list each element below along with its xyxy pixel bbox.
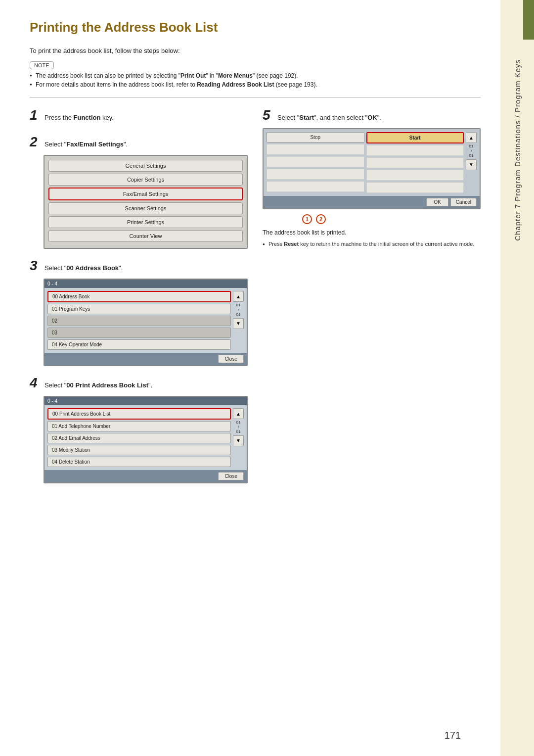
list-item-00-address-book[interactable]: 00 Address Book bbox=[47, 291, 231, 302]
note-item-2: For more details about items in the addr… bbox=[30, 81, 481, 88]
list-item-02[interactable]: 02 bbox=[47, 316, 231, 326]
list-item-03[interactable]: 03 bbox=[47, 328, 231, 338]
page-title: Printing the Address Book List bbox=[30, 20, 481, 39]
step-3-text: Select "00 Address Book". bbox=[44, 264, 123, 272]
sidebar-chapter-text: Chapter 7 Program Destinations / Program… bbox=[512, 59, 523, 241]
step-1-number: 1 bbox=[30, 107, 40, 123]
note-item-1: The address book list can also be printe… bbox=[30, 72, 481, 79]
menu-copier-settings[interactable]: Copier Settings bbox=[48, 174, 243, 186]
step-5-number: 5 bbox=[263, 107, 272, 123]
result-note: Press Reset key to return the machine to… bbox=[263, 241, 481, 247]
step-3-number: 3 bbox=[30, 258, 40, 274]
list-item-01-program-keys[interactable]: 01 Program Keys bbox=[47, 304, 231, 314]
menu-counter-view[interactable]: Counter View bbox=[48, 230, 243, 242]
stop-button[interactable]: Stop bbox=[267, 132, 364, 142]
list-item-00-print-address[interactable]: 00 Print Address Book List bbox=[47, 408, 231, 420]
scroll-label: 01/01 bbox=[233, 303, 244, 317]
empty-field-5 bbox=[366, 145, 464, 156]
step5-scroll-down[interactable]: ▼ bbox=[466, 159, 477, 170]
print-list-header-range: 0 - 4 bbox=[47, 398, 57, 404]
circled-numbers-annotation: 1 2 bbox=[263, 214, 481, 224]
print-scroll-up-btn[interactable]: ▲ bbox=[233, 408, 244, 419]
print-close-button[interactable]: Close bbox=[218, 472, 244, 480]
list-header-bar: 0 - 4 bbox=[44, 280, 247, 288]
screen-print-address-book: 0 - 4 00 Print Address Book List 01 Add … bbox=[44, 396, 248, 483]
circle-2: 2 bbox=[316, 214, 326, 224]
empty-field-6 bbox=[366, 157, 464, 168]
right-sidebar: Chapter 7 Program Destinations / Program… bbox=[500, 0, 534, 756]
menu-fax-email-settings[interactable]: Fax/Email Settings bbox=[48, 188, 243, 200]
result-text: The address book list is printed. bbox=[263, 229, 481, 236]
scroll-up-btn[interactable]: ▲ bbox=[233, 291, 244, 302]
list-header-range: 0 - 4 bbox=[47, 281, 57, 286]
step-4-number: 4 bbox=[30, 375, 40, 391]
step-1: 1 Press the Function key. bbox=[30, 107, 248, 125]
cancel-button[interactable]: Cancel bbox=[450, 198, 477, 206]
step-2: 2 Select "Fax/Email Settings". General S… bbox=[30, 134, 248, 249]
print-scroll-down-btn[interactable]: ▼ bbox=[233, 435, 244, 446]
print-scroll-label: 01/01 bbox=[233, 420, 244, 434]
intro-text: To print the address book list, follow t… bbox=[30, 47, 481, 54]
print-list-header-bar: 0 - 4 bbox=[44, 397, 247, 405]
step-4: 4 Select "00 Print Address Book List". 0… bbox=[30, 375, 248, 483]
empty-field-2 bbox=[267, 156, 364, 167]
start-button[interactable]: Start bbox=[366, 132, 464, 143]
step-4-text: Select "00 Print Address Book List". bbox=[44, 381, 152, 389]
empty-field-8 bbox=[366, 182, 464, 193]
screen-start-stop: Stop Start bbox=[263, 128, 481, 209]
menu-printer-settings[interactable]: Printer Settings bbox=[48, 216, 243, 228]
circle-1: 1 bbox=[302, 214, 312, 224]
list-item-01-add-telephone[interactable]: 01 Add Telephone Number bbox=[47, 421, 231, 431]
step-2-number: 2 bbox=[30, 134, 40, 150]
empty-field-1 bbox=[267, 144, 364, 155]
close-button[interactable]: Close bbox=[218, 355, 244, 363]
menu-scanner-settings[interactable]: Scanner Settings bbox=[48, 202, 243, 214]
empty-field-7 bbox=[366, 170, 464, 181]
ok-button[interactable]: OK bbox=[426, 198, 448, 206]
sidebar-accent bbox=[523, 0, 534, 40]
step5-scroll-up[interactable]: ▲ bbox=[466, 132, 477, 143]
list-item-02-add-email[interactable]: 02 Add Email Address bbox=[47, 433, 231, 443]
note-list: The address book list can also be printe… bbox=[30, 72, 481, 88]
step-5-text: Select "Start", and then select "OK". bbox=[277, 114, 381, 121]
list-item-04-delete-station[interactable]: 04 Delete Station bbox=[47, 457, 231, 467]
list-item-04-key-operator[interactable]: 04 Key Operator Mode bbox=[47, 339, 231, 350]
screen-address-book: 0 - 4 00 Address Book 01 Program Keys 02… bbox=[44, 279, 248, 366]
scroll-down-btn[interactable]: ▼ bbox=[233, 318, 244, 329]
empty-field-4 bbox=[267, 181, 364, 192]
step-3: 3 Select "00 Address Book". 0 - 4 00 Add… bbox=[30, 258, 248, 366]
step5-scroll-label: 01/01 bbox=[469, 144, 474, 158]
empty-field-3 bbox=[267, 169, 364, 180]
step-2-text: Select "Fax/Email Settings". bbox=[44, 141, 128, 148]
step-5: 5 Select "Start", and then select "OK". … bbox=[263, 107, 481, 247]
page-number: 171 bbox=[445, 730, 461, 741]
divider bbox=[30, 97, 481, 97]
screen-general-settings: General Settings Copier Settings Fax/Ema… bbox=[44, 155, 248, 249]
list-item-03-modify-station[interactable]: 03 Modify Station bbox=[47, 445, 231, 455]
note-label: NOTE bbox=[30, 61, 54, 69]
step-1-text: Press the Function key. bbox=[44, 114, 114, 121]
menu-general-settings[interactable]: General Settings bbox=[48, 160, 243, 172]
